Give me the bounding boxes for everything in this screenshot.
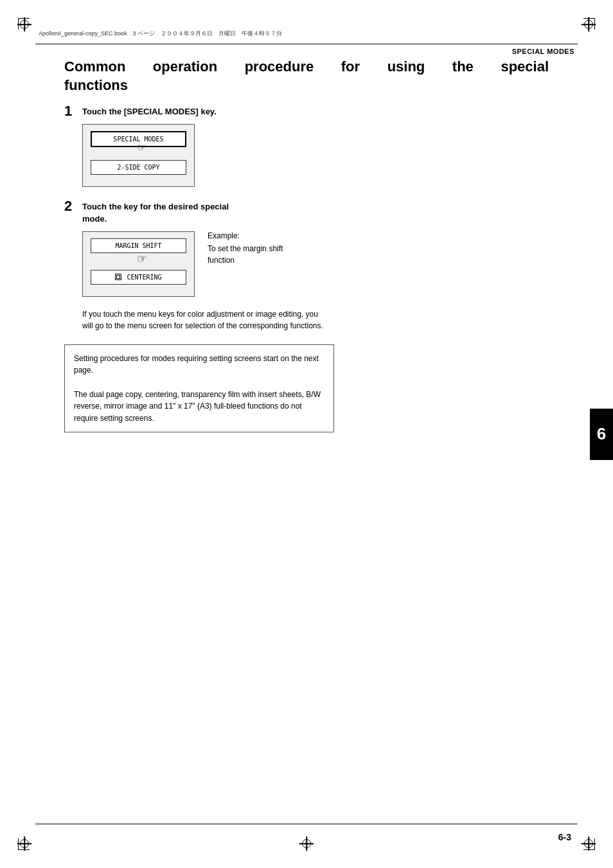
hand-cursor-2-icon: ☞ bbox=[137, 252, 147, 266]
special-modes-button[interactable]: SPECIAL MODES ☞ bbox=[91, 131, 186, 147]
title-line1: Common operation procedure for using the… bbox=[64, 58, 549, 76]
margin-shift-label: MARGIN SHIFT bbox=[115, 242, 161, 249]
step-2: 2 Touch the key for the desired specialm… bbox=[64, 201, 549, 331]
step-2-ui-panel: MARGIN SHIFT ☞ CENTERING bbox=[82, 231, 195, 297]
chapter-tab: 6 bbox=[590, 409, 613, 460]
body-note: If you touch the menu keys for color adj… bbox=[82, 308, 326, 332]
step-2-text-area: Example: To set the margin shiftfunction bbox=[208, 231, 549, 266]
file-info-bar: ApollonII_general-copy_SEC.book 3 ページ ２０… bbox=[39, 27, 574, 40]
reg-mark-bl bbox=[17, 837, 31, 851]
step-1-ui-panel: SPECIAL MODES ☞ 2-SIDE COPY bbox=[82, 124, 195, 187]
margin-shift-button[interactable]: MARGIN SHIFT bbox=[91, 238, 186, 253]
title-line2: functions bbox=[64, 76, 549, 95]
footer-rule bbox=[35, 824, 578, 824]
centering-button[interactable]: CENTERING bbox=[91, 270, 186, 285]
reg-mark-tl bbox=[17, 17, 31, 31]
step-2-number: 2 bbox=[64, 199, 82, 213]
step-1: 1 Touch the [SPECIAL MODES] key. SPECIAL… bbox=[64, 106, 549, 190]
main-content: Common operation procedure for using the… bbox=[64, 58, 549, 432]
reg-mark-tr bbox=[582, 17, 596, 31]
header-rule bbox=[35, 44, 578, 44]
centering-label: CENTERING bbox=[127, 274, 161, 281]
step-2-instruction: Touch the key for the desired specialmod… bbox=[82, 201, 549, 224]
step-1-number: 1 bbox=[64, 104, 82, 118]
reg-mark-br bbox=[582, 837, 596, 851]
step-2-panel-area: MARGIN SHIFT ☞ CENTERING bbox=[82, 231, 195, 299]
section-header: SPECIAL MODES bbox=[512, 48, 574, 55]
step-2-content: Touch the key for the desired specialmod… bbox=[82, 201, 549, 331]
step-2-layout: MARGIN SHIFT ☞ CENTERING bbox=[82, 231, 549, 299]
file-info-text: ApollonII_general-copy_SEC.book 3 ページ ２０… bbox=[39, 30, 282, 38]
info-box-line1: Setting procedures for modes requiring s… bbox=[74, 353, 324, 376]
two-side-copy-label: 2-SIDE COPY bbox=[117, 164, 159, 171]
two-side-copy-button[interactable]: 2-SIDE COPY bbox=[91, 160, 186, 175]
example-label: Example: bbox=[208, 231, 549, 240]
step-1-instruction: Touch the [SPECIAL MODES] key. bbox=[82, 106, 549, 118]
reg-mark-bm bbox=[299, 837, 314, 851]
hand-cursor-icon: ☞ bbox=[138, 139, 146, 155]
page-title: Common operation procedure for using the… bbox=[64, 58, 549, 94]
step-1-content: Touch the [SPECIAL MODES] key. SPECIAL M… bbox=[82, 106, 549, 190]
example-desc: To set the margin shiftfunction bbox=[208, 243, 549, 266]
info-box: Setting procedures for modes requiring s… bbox=[64, 344, 334, 433]
info-box-line2: The dual page copy, centering, transpare… bbox=[74, 389, 324, 425]
page-number: 6-3 bbox=[558, 832, 571, 842]
centering-icon bbox=[115, 274, 121, 280]
